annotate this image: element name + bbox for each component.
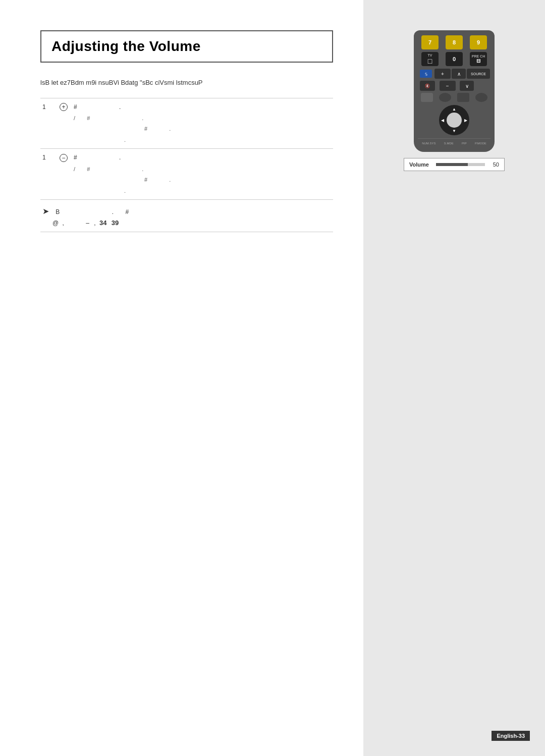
svg-text:𝕊: 𝕊	[425, 72, 427, 77]
nav-circle-row: ▲ ▼ ◀ ▶	[418, 105, 490, 135]
step-2-hash3: #	[144, 177, 147, 183]
step-2-desc: # . / # . # . .	[72, 149, 333, 200]
btn-0: 0	[446, 52, 463, 66]
volume-display: Volume 50	[404, 158, 505, 171]
nav-circle: ▲ ▼ ◀ ▶	[439, 105, 469, 135]
icon-btn-3	[457, 93, 469, 102]
nav-center	[447, 113, 462, 128]
remote-top-row: 7 8 9	[418, 35, 490, 49]
bottom-label-2: S.MDE	[444, 142, 454, 145]
mute-btn: 🔇	[420, 81, 435, 91]
remote-mid-row: 🔇 − ∨	[418, 81, 490, 91]
note-cell: ➤ B . # @ , – , 34 39	[40, 200, 333, 232]
table-row: 1 # . / # . # . .	[40, 149, 333, 200]
step-1-dot3: .	[169, 126, 171, 132]
note-num1: 34	[99, 219, 106, 227]
step-2-hash1: #	[74, 154, 77, 161]
note-at: @	[52, 220, 59, 227]
nav-up-arrow: ▲	[452, 107, 456, 112]
step-1-dot2: .	[142, 115, 143, 121]
volume-down-icon	[60, 154, 68, 162]
btn-tv: TV □	[421, 52, 439, 66]
btn-8: 8	[446, 35, 463, 49]
note-dot: .	[112, 208, 114, 215]
step-2-hash2: #	[87, 166, 90, 172]
step-1-dot1: .	[119, 103, 121, 111]
instruction-table: 1 # . / # . # . .	[40, 98, 333, 232]
note-hash: #	[125, 208, 129, 215]
btn-9: 9	[470, 35, 487, 49]
bottom-label-3: PIP	[462, 142, 467, 145]
note-dash: –	[86, 220, 89, 227]
step-1-desc: # . / # . # . .	[72, 98, 333, 149]
remote-body: 7 8 9 TV □ 0 PRE CH	[414, 30, 495, 152]
main-content: Adjusting the Volume lsB let ez7Bdm m9i …	[0, 0, 363, 756]
step-1-slash: /	[74, 115, 75, 121]
icon-btn-1	[421, 93, 433, 102]
vol-minus-btn: −	[440, 81, 456, 91]
step-number-2: 1	[40, 149, 56, 200]
step-2-sub: / # .	[74, 165, 331, 174]
right-sidebar: 7 8 9 TV □ 0 PRE CH	[363, 0, 545, 756]
step-2-dot1: .	[119, 154, 121, 161]
step-2-sub2: # .	[74, 176, 331, 185]
nav-right-arrow: ▶	[464, 118, 467, 123]
step-1-sub: / # .	[74, 114, 331, 123]
remote-icon-row	[418, 93, 490, 102]
note-arrow: ➤	[42, 207, 49, 215]
page-title: Adjusting the Volume	[51, 38, 322, 55]
note-comma2: ,	[94, 220, 95, 227]
icon-btn-4	[475, 93, 487, 102]
remote-illustration: 7 8 9 TV □ 0 PRE CH	[404, 30, 505, 152]
samsung-logo: 𝕊	[418, 70, 433, 78]
note-row: ➤ B . # @ , – , 34 39	[40, 200, 333, 232]
title-box: Adjusting the Volume	[40, 30, 333, 63]
remote-bottom-labels: NUM.SYS S.MDE PIP P.MODE	[418, 138, 490, 145]
note-text-b: B	[56, 208, 60, 215]
intro-text: lsB let ez7Bdm m9i nsuBVi Bdatg "sBc ciV…	[40, 78, 333, 88]
step-2-sub3: .	[74, 187, 331, 196]
step-1-hash3: #	[144, 126, 147, 132]
volume-value: 50	[489, 161, 499, 168]
source-btn: SOURCE	[467, 69, 490, 79]
bottom-label-1: NUM.SYS	[422, 142, 435, 145]
ch-up-btn: ∧	[452, 69, 466, 79]
step-1-hash1: #	[74, 103, 77, 111]
volume-label: Volume	[409, 161, 432, 168]
btn-7: 7	[421, 35, 439, 49]
volume-bar-background	[436, 163, 485, 166]
volume-bar-fill	[436, 163, 468, 166]
table-row: 1 # . / # . # . .	[40, 98, 333, 149]
step-1-hash2: #	[87, 115, 90, 121]
volume-up-icon	[60, 103, 68, 111]
step-2-dot3: .	[169, 177, 171, 183]
step-number-1: 1	[40, 98, 56, 149]
remote-p-row: 𝕊 + ∧ SOURCE	[418, 69, 490, 79]
nav-left-arrow: ◀	[441, 118, 444, 123]
vol-down-icon-cell	[56, 149, 72, 200]
step-2-dot2: .	[142, 166, 143, 172]
step-2-slash: /	[74, 166, 75, 172]
btn-prech: PRE CH ⊟	[470, 52, 487, 66]
note-num2: 39	[112, 219, 119, 227]
icon-btn-2	[439, 93, 451, 102]
step-1-sub2: # .	[74, 125, 331, 134]
vol-plus-btn: +	[434, 69, 451, 79]
step-1-sub3: .	[74, 136, 331, 145]
note-comma: ,	[63, 220, 64, 227]
remote-second-row: TV □ 0 PRE CH ⊟	[418, 52, 490, 66]
page-number: English-33	[492, 731, 530, 741]
ch-down-btn: ∨	[460, 81, 474, 91]
vol-up-icon-cell	[56, 98, 72, 149]
nav-down-arrow: ▼	[452, 129, 456, 133]
bottom-label-4: P.MODE	[475, 142, 486, 145]
